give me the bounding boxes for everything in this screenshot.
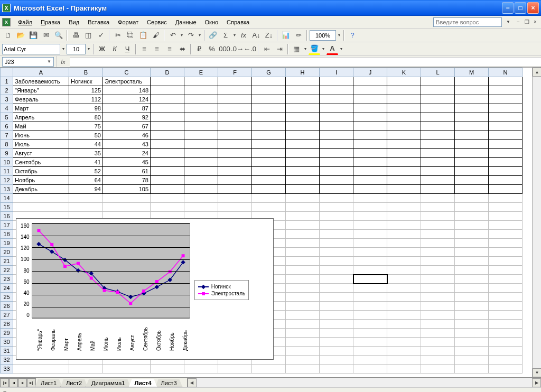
cell-H4[interactable] — [286, 104, 320, 113]
cell-H28[interactable] — [286, 320, 320, 329]
workbook-icon[interactable]: X — [2, 18, 11, 26]
cell-D9[interactable] — [151, 149, 184, 158]
cell-L19[interactable] — [421, 239, 455, 248]
bold-icon[interactable]: Ж — [96, 43, 108, 55]
cell-L24[interactable] — [421, 284, 455, 293]
cell-D15[interactable] — [151, 203, 184, 212]
font-name-combo[interactable] — [2, 44, 60, 54]
cell-H6[interactable] — [286, 122, 320, 131]
cell-N18[interactable] — [489, 230, 523, 239]
cell-B10[interactable]: 41 — [69, 158, 103, 167]
cell-N5[interactable] — [489, 113, 523, 122]
cell-N13[interactable] — [489, 185, 523, 194]
cell-H9[interactable] — [286, 149, 320, 158]
cell-I10[interactable] — [320, 158, 353, 167]
cell-L22[interactable] — [421, 266, 455, 275]
cell-J33[interactable] — [353, 365, 387, 374]
cell-A6[interactable]: Май — [13, 122, 69, 131]
cell-H16[interactable] — [286, 212, 320, 221]
cell-L33[interactable] — [421, 365, 455, 374]
cell-C1[interactable]: Электросталь — [103, 77, 151, 86]
scroll-left-icon[interactable]: ◀ — [188, 378, 197, 387]
cell-N2[interactable] — [489, 86, 523, 95]
cell-G4[interactable] — [252, 104, 286, 113]
cell-K8[interactable] — [387, 140, 421, 149]
cell-D10[interactable] — [151, 158, 184, 167]
row-header-7[interactable]: 7 — [1, 131, 13, 140]
cell-L3[interactable] — [421, 95, 455, 104]
borders-icon[interactable]: ▦ — [291, 43, 302, 55]
cell-F1[interactable] — [218, 77, 252, 86]
cell-A11[interactable]: Октябрь — [13, 167, 69, 176]
cell-M11[interactable] — [455, 167, 489, 176]
cell-A7[interactable]: Июнь — [13, 131, 69, 140]
cell-B13[interactable]: 94 — [69, 185, 103, 194]
cell-K4[interactable] — [387, 104, 421, 113]
cell-N33[interactable] — [489, 365, 523, 374]
cell-L29[interactable] — [421, 329, 455, 338]
cell-I15[interactable] — [320, 203, 353, 212]
cell-H23[interactable] — [286, 275, 320, 284]
select-all-corner[interactable] — [1, 68, 13, 77]
cell-J31[interactable] — [353, 347, 387, 356]
cell-L26[interactable] — [421, 302, 455, 311]
cell-B1[interactable]: Ногинск — [69, 77, 103, 86]
cell-N12[interactable] — [489, 176, 523, 185]
cell-B4[interactable]: 98 — [69, 104, 103, 113]
cell-H20[interactable] — [286, 248, 320, 257]
cell-G1[interactable] — [252, 77, 286, 86]
cell-A3[interactable]: Февраль — [13, 95, 69, 104]
maximize-button[interactable]: □ — [515, 2, 526, 14]
cell-I14[interactable] — [320, 194, 353, 203]
cell-N30[interactable] — [489, 338, 523, 347]
cell-C12[interactable]: 78 — [103, 176, 151, 185]
cell-L17[interactable] — [421, 221, 455, 230]
cell-I23[interactable] — [320, 275, 353, 284]
zoom-combo[interactable] — [310, 30, 336, 41]
cell-A33[interactable] — [13, 365, 69, 374]
cell-A12[interactable]: Ноябрь — [13, 176, 69, 185]
cell-B2[interactable]: 125 — [69, 86, 103, 95]
cell-L13[interactable] — [421, 185, 455, 194]
col-header-M[interactable]: M — [455, 68, 489, 77]
cell-K32[interactable] — [387, 356, 421, 365]
cell-K10[interactable] — [387, 158, 421, 167]
cell-A13[interactable]: Декабрь — [13, 185, 69, 194]
vertical-scrollbar[interactable]: ▲ ▼ — [532, 68, 541, 377]
cell-E9[interactable] — [184, 149, 218, 158]
cell-N26[interactable] — [489, 302, 523, 311]
cell-K12[interactable] — [387, 176, 421, 185]
align-left-icon[interactable]: ≡ — [138, 43, 150, 55]
formula-input[interactable] — [70, 57, 541, 67]
cell-N3[interactable] — [489, 95, 523, 104]
row-header-27[interactable]: 27 — [1, 311, 13, 320]
cell-D5[interactable] — [151, 113, 184, 122]
cell-I20[interactable] — [320, 248, 353, 257]
cell-K21[interactable] — [387, 257, 421, 266]
cell-J24[interactable] — [353, 284, 387, 293]
cell-L1[interactable] — [421, 77, 455, 86]
increase-indent-icon[interactable]: ⇥ — [274, 43, 285, 55]
cell-C14[interactable] — [103, 194, 151, 203]
col-header-J[interactable]: J — [353, 68, 387, 77]
cell-N8[interactable] — [489, 140, 523, 149]
cell-B14[interactable] — [69, 194, 103, 203]
cell-D4[interactable] — [151, 104, 184, 113]
cell-K1[interactable] — [387, 77, 421, 86]
cell-K31[interactable] — [387, 347, 421, 356]
cell-A8[interactable]: Июль — [13, 140, 69, 149]
cell-B7[interactable]: 50 — [69, 131, 103, 140]
cell-L32[interactable] — [421, 356, 455, 365]
cell-K24[interactable] — [387, 284, 421, 293]
col-header-E[interactable]: E — [184, 68, 218, 77]
cell-N10[interactable] — [489, 158, 523, 167]
help-dropdown-icon[interactable]: ▼ — [505, 20, 511, 24]
cell-A14[interactable] — [13, 194, 69, 203]
cell-H1[interactable] — [286, 77, 320, 86]
cell-I2[interactable] — [320, 86, 353, 95]
cell-C5[interactable]: 92 — [103, 113, 151, 122]
cell-F12[interactable] — [218, 176, 252, 185]
cell-K30[interactable] — [387, 338, 421, 347]
cell-N15[interactable] — [489, 203, 523, 212]
row-header-24[interactable]: 24 — [1, 284, 13, 293]
